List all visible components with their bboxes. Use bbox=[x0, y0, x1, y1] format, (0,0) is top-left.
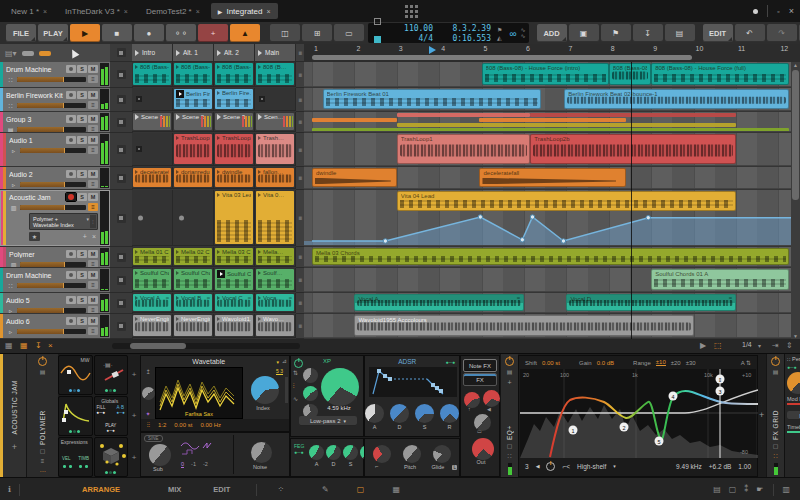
track-list-icon[interactable]: ▤▾ bbox=[5, 50, 17, 57]
volume-slider[interactable] bbox=[17, 127, 86, 132]
mute-button[interactable]: M bbox=[88, 91, 98, 99]
minimize-button[interactable]: ▫ bbox=[777, 8, 779, 15]
modulator-envelope[interactable] bbox=[58, 396, 93, 436]
record-slot-icon[interactable] bbox=[138, 215, 143, 220]
stop-clip-button[interactable] bbox=[117, 70, 126, 79]
follow-playhead-icon[interactable]: ▶ bbox=[700, 341, 706, 351]
record-slot-icon[interactable] bbox=[179, 215, 184, 220]
scroll-up-icon[interactable]: ▲ bbox=[791, 62, 800, 68]
mute-button[interactable]: M bbox=[88, 271, 98, 279]
launcher-clip[interactable]: Soulful Cho… bbox=[174, 269, 212, 290]
record-arm-button[interactable] bbox=[66, 91, 76, 99]
stop-clip-button[interactable] bbox=[117, 174, 126, 183]
clip-slot[interactable]: 808 (B… bbox=[255, 62, 296, 87]
time-display[interactable]: 0:16.553 bbox=[439, 34, 491, 43]
loop-toggle-icon[interactable]: ∞ bbox=[509, 28, 516, 39]
clip-feedback-icon[interactable]: ≣ bbox=[296, 314, 304, 339]
clip-slot[interactable]: Vocal C≈ bbox=[214, 293, 255, 313]
pen-tool-icon[interactable]: ✎ bbox=[322, 485, 329, 494]
solo-button[interactable]: S bbox=[77, 136, 87, 144]
send-a-knob[interactable] bbox=[464, 392, 480, 408]
clip-slot[interactable]: TrashLoop1 bbox=[173, 133, 214, 166]
band-power-icon[interactable] bbox=[546, 462, 555, 471]
redo-button[interactable]: ↷ bbox=[767, 24, 797, 42]
pitch-knob[interactable] bbox=[403, 445, 421, 463]
project-tab-4[interactable]: ▶Integrated× bbox=[211, 3, 278, 19]
clip-stop-cell[interactable] bbox=[110, 167, 133, 190]
bend-knob[interactable] bbox=[373, 445, 391, 463]
mod-out-icon[interactable]: ●─● bbox=[445, 359, 455, 365]
remote-controls-icon[interactable]: ▢ bbox=[773, 443, 779, 450]
launcher-clip[interactable]: Mella 02 C… bbox=[174, 248, 212, 265]
tab-close-icon[interactable]: × bbox=[266, 8, 270, 15]
launcher-clip[interactable]: fallon… bbox=[256, 168, 294, 187]
single-panel-icon[interactable]: ▢ bbox=[357, 485, 365, 494]
zoom-v-icon[interactable]: ⇕ bbox=[786, 341, 793, 351]
launcher-clip[interactable]: Wavoloid1… bbox=[215, 315, 253, 336]
clip-feedback-icon[interactable]: ≣ bbox=[296, 293, 304, 314]
clip-slot[interactable]: Berlin Fire… bbox=[173, 88, 214, 111]
clip-slot[interactable]: deceleratefall bbox=[132, 167, 173, 189]
scroll-down-icon[interactable]: ▼ bbox=[791, 333, 800, 339]
routing-button[interactable]: ≡ bbox=[88, 146, 98, 154]
stop-clip-button[interactable] bbox=[117, 145, 126, 154]
sub-shape-badge[interactable]: SINE bbox=[144, 435, 163, 442]
perf-header[interactable]: ∷ Perf bbox=[785, 354, 800, 364]
remote-controls-icon[interactable]: ▢ bbox=[40, 448, 46, 455]
launcher-clip[interactable]: Vita 0… bbox=[256, 191, 294, 244]
drive-icon[interactable]: ⇅ bbox=[293, 370, 298, 377]
mute-button[interactable]: M bbox=[88, 317, 98, 325]
launcher-clip[interactable]: dwindle bbox=[215, 168, 253, 187]
remote-controls-icon[interactable]: ▢ bbox=[507, 443, 513, 450]
clip-launcher-toggle[interactable]: ◫ bbox=[270, 24, 300, 42]
band-freq[interactable]: 9.49 kHz bbox=[676, 463, 702, 470]
grid-caret-icon[interactable]: ▾ bbox=[758, 341, 761, 351]
clip-feedback-icon[interactable]: ≣ bbox=[296, 167, 304, 190]
scene-header-1[interactable]: Intro bbox=[132, 44, 173, 62]
send-b-knob[interactable] bbox=[483, 390, 500, 407]
grid-setting[interactable]: 1/4 bbox=[742, 341, 752, 348]
clip-slot[interactable]: Scene 1 bbox=[132, 112, 173, 132]
osc-ratio[interactable]: 1:2 bbox=[158, 422, 166, 428]
clip-slot[interactable]: fallon… bbox=[255, 167, 296, 189]
band-q[interactable]: 1.00 bbox=[738, 463, 751, 470]
record-arm-button[interactable] bbox=[66, 170, 76, 178]
browser-button[interactable]: ▤ bbox=[665, 24, 695, 42]
clip-slot[interactable]: Berlin Fire… bbox=[214, 88, 255, 111]
clip-slot[interactable] bbox=[132, 190, 173, 246]
polymer-device-strip[interactable]: ▤ POLYMER ▢ ≡ ⋯ bbox=[26, 354, 58, 478]
filter-drive-knob[interactable] bbox=[303, 368, 318, 383]
track-header-1[interactable]: Drum MachineSM∷≡ bbox=[0, 62, 110, 87]
chain-layers-icon[interactable]: ⫶ bbox=[90, 215, 96, 228]
clip-slot[interactable] bbox=[173, 190, 214, 246]
spectrum-icon[interactable]: ⊿ bbox=[282, 358, 287, 365]
file-menu-button[interactable]: FILE bbox=[6, 24, 36, 42]
stop-clip-button[interactable] bbox=[117, 118, 126, 127]
stop-clip-button[interactable] bbox=[117, 322, 126, 331]
clip-slot[interactable]: 808 (Bass-… bbox=[173, 62, 214, 87]
clip-slot[interactable]: Vocal A≈ bbox=[132, 293, 173, 313]
clip-slot[interactable]: TrashLoop2b bbox=[214, 133, 255, 166]
device-chain-selector[interactable]: Polymer + Wavetable Index▾⫶ bbox=[29, 213, 98, 230]
launcher-clip[interactable]: TrashLoop2b bbox=[215, 134, 253, 164]
arranger-clip[interactable]: Berlin Firework Beat 01 bbox=[323, 89, 541, 109]
shift-value[interactable]: 0.00 st bbox=[542, 360, 560, 366]
clip-slot[interactable]: Vita 0… bbox=[255, 190, 296, 246]
track-header-4[interactable]: Audio 1SM▹≡ bbox=[0, 133, 110, 166]
band-gain[interactable]: +6.2 dB bbox=[709, 463, 732, 470]
launcher-clip[interactable]: Scen… bbox=[256, 113, 294, 130]
out-knob[interactable] bbox=[472, 438, 494, 460]
record-arm-button[interactable] bbox=[66, 65, 76, 73]
track-header-6[interactable]: Acoustic JamSM▥≡Polymer + Wavetable Inde… bbox=[0, 190, 110, 246]
launcher-clip[interactable]: deceleratefall bbox=[133, 168, 171, 187]
arranger-lane-10[interactable]: Wavoloid1955 Acccolours bbox=[304, 314, 800, 338]
cutoff-value[interactable]: 4.59 kHz bbox=[317, 405, 361, 411]
volume-slider[interactable] bbox=[17, 329, 86, 334]
tempo-display[interactable]: 110.00 bbox=[387, 24, 433, 33]
pointer-tool-icon[interactable] bbox=[68, 48, 79, 59]
volume-slider[interactable] bbox=[20, 148, 86, 153]
preset-icon[interactable]: ▤ bbox=[773, 369, 779, 376]
arranger-lane-6[interactable]: Vita 04 Lead bbox=[304, 190, 800, 246]
stop-clip-button[interactable] bbox=[117, 299, 126, 308]
scene-scroll-icon[interactable]: ≣ bbox=[296, 44, 304, 62]
